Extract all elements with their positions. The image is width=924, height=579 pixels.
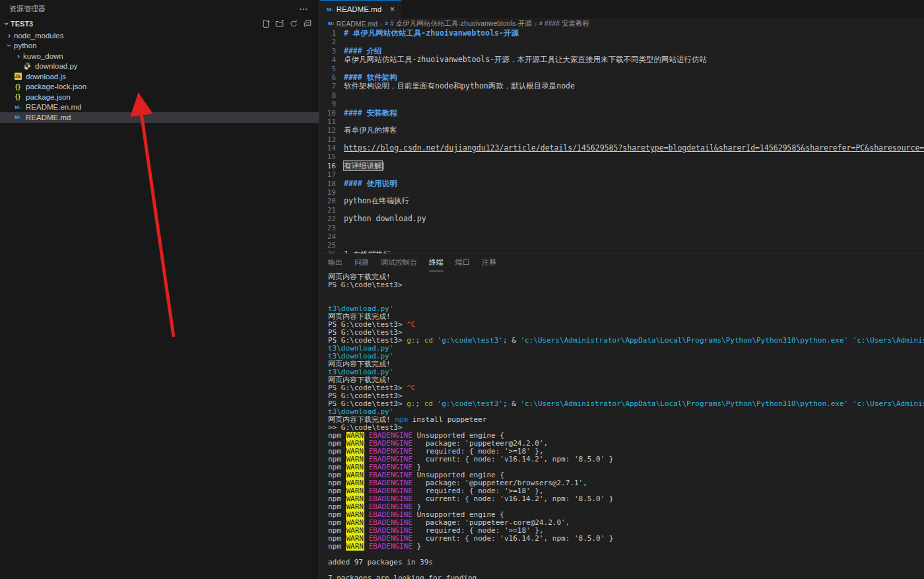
markdown-icon: M↓ (13, 114, 22, 120)
editor-line[interactable]: 23 (320, 224, 924, 232)
line-number: 16 (320, 162, 336, 170)
editor-line[interactable]: 4卓伊凡网站仿站工具-zhuoivanwebtools-开源，本开源工具让大家直… (320, 55, 924, 64)
more-actions-icon[interactable]: ⋯ (299, 3, 308, 14)
line-number: 8 (320, 91, 336, 100)
line-number: 5 (320, 65, 336, 73)
tab-label: README.md (337, 5, 381, 13)
panel-tab-2[interactable]: 调试控制台 (381, 254, 417, 271)
file-tree-item-package-lock.json[interactable]: {}package-lock.json (0, 82, 319, 92)
editor-line[interactable]: 22python download.py (320, 215, 924, 223)
panel-tab-4[interactable]: 端口 (455, 254, 470, 271)
vscode-window: 资源管理器 ⋯ › TEST3 ›node_modules›python›kuw… (0, 0, 924, 579)
terminal-line: t3\download.py' (328, 408, 924, 416)
editor-line[interactable]: 3#### 介绍 (320, 47, 924, 55)
breadcrumb-item[interactable]: ##### 安装教程 (539, 19, 589, 28)
editor-line[interactable]: 17 (320, 170, 924, 179)
terminal-line: npm WARN EBADENGINE Unsupported engine { (328, 432, 924, 440)
line-number: 20 (320, 197, 336, 205)
editor-line[interactable]: 19 (320, 188, 924, 197)
editor-line[interactable]: 1# 卓伊凡网站仿站工具-zhuoivanwebtools-开源 (320, 29, 924, 38)
file-tree-item-download.py[interactable]: download.py (0, 61, 319, 72)
terminal-line: npm WARN EBADENGINE } (328, 503, 924, 511)
terminal-line: t3\download.py' (328, 305, 924, 313)
editor-line[interactable]: 10#### 安装教程 (320, 109, 924, 118)
breadcrumb-item[interactable]: M↓README.md (328, 20, 378, 28)
terminal-line (328, 566, 924, 574)
terminal-line: PS G:\code\test3> ^C (328, 384, 924, 392)
line-number: 4 (320, 55, 336, 64)
file-tree-item-package.json[interactable]: {}package.json (0, 92, 319, 102)
terminal-line: npm WARN EBADENGINE package: 'puppeteer@… (328, 440, 924, 448)
terminal-line: 7 packages are looking for funding (328, 574, 924, 579)
terminal-line: added 97 packages in 39s (328, 559, 924, 566)
chevron-right-icon: › (15, 52, 22, 60)
file-tree-item-README.md[interactable]: M↓README.md (0, 112, 319, 123)
file-name: python (13, 42, 37, 50)
terminal-line: t3\download.py' (328, 353, 924, 360)
new-folder-icon[interactable] (275, 19, 284, 28)
file-tree-item-kuwo_down[interactable]: ›kuwo_down (0, 51, 319, 61)
terminal-line: npm WARN EBADENGINE required: { node: '>… (328, 527, 924, 535)
file-name: kuwo_down (22, 52, 63, 60)
panel-tab-3[interactable]: 终端 (429, 254, 444, 271)
breadcrumb: M↓README.md›## 卓伊凡网站仿站工具-zhuoivanwebtool… (320, 18, 924, 29)
editor-line[interactable]: 21 (320, 206, 924, 215)
editor-line[interactable]: 24 (320, 232, 924, 241)
markdown-icon: M↓ (328, 20, 335, 26)
explorer-sidebar: 资源管理器 ⋯ › TEST3 ›node_modules›python›kuw… (0, 0, 319, 579)
python-icon (22, 62, 32, 70)
bottom-panel: 输出问题调试控制台终端端口注释 网页内容下载完成!PS G:\code\test… (320, 254, 924, 579)
breadcrumb-item[interactable]: ## 卓伊凡网站仿站工具-zhuoivanwebtools-开源 (385, 19, 532, 28)
terminal-line: PS G:\code\test3> (328, 392, 924, 400)
file-name: README.en.md (25, 103, 81, 111)
editor-line[interactable]: 25 (320, 241, 924, 250)
panel-tab-0[interactable]: 输出 (328, 254, 343, 271)
new-file-icon[interactable] (261, 19, 271, 28)
editor-line[interactable]: 12看卓伊凡的博客 (320, 126, 924, 135)
editor-line[interactable]: 9 (320, 100, 924, 108)
file-name: download.js (25, 73, 66, 81)
editor-line[interactable]: 6#### 软件架构 (320, 73, 924, 82)
terminal-line: PS G:\code\test3> (328, 281, 924, 289)
file-tree-item-README.en.md[interactable]: M↓README.en.md (0, 102, 319, 113)
line-number: 25 (320, 241, 336, 250)
editor-line[interactable]: 11 (320, 118, 924, 126)
editor-line[interactable]: 18#### 使用说明 (320, 180, 924, 188)
panel-tab-1[interactable]: 问题 (354, 254, 369, 271)
tab-readme-md[interactable]: M↓ README.md × (320, 0, 401, 18)
terminal-line: npm WARN EBADENGINE current: { node: 'v1… (328, 535, 924, 543)
line-number: 24 (320, 232, 336, 241)
explorer-title: 资源管理器 (9, 4, 46, 14)
line-number: 1 (320, 29, 336, 38)
line-number: 22 (320, 215, 336, 223)
heading-symbol-icon: # (385, 20, 388, 26)
line-number: 2 (320, 38, 336, 46)
editor-line[interactable]: 5 (320, 65, 924, 73)
panel-tab-5[interactable]: 注释 (482, 254, 496, 271)
file-tree-item-python[interactable]: ›python (0, 41, 319, 51)
json-icon: {} (13, 93, 22, 100)
editor-line[interactable]: 13 (320, 135, 924, 144)
editor-line[interactable]: 14https://blog.csdn.net/dujiangdu123/art… (320, 144, 924, 153)
editor-line[interactable]: 20python在终端执行 (320, 197, 924, 205)
editor-line[interactable]: 15 (320, 153, 924, 161)
terminal-line (328, 551, 924, 559)
file-tree-item-node_modules[interactable]: ›node_modules (0, 30, 319, 41)
editor-line[interactable]: 7软件架构说明，目前里面有node和python两款，默认根目录是node (320, 82, 924, 90)
file-tree-item-download.js[interactable]: JSdownload.js (0, 71, 319, 82)
editor-content[interactable]: 1# 卓伊凡网站仿站工具-zhuoivanwebtools-开源23#### 介… (320, 29, 924, 254)
terminal-line: t3\download.py' (328, 345, 924, 353)
terminal-line: 网页内容下载完成! (328, 376, 924, 384)
editor-line[interactable]: 16有详细讲解 (320, 162, 924, 170)
refresh-icon[interactable] (289, 19, 298, 28)
editor-line[interactable]: 2 (320, 38, 924, 46)
close-icon[interactable]: × (390, 5, 395, 14)
terminal-output[interactable]: 网页内容下载完成!PS G:\code\test3> t3\download.p… (320, 271, 924, 579)
folder-section-header[interactable]: › TEST3 (0, 17, 319, 30)
text-cursor (383, 162, 384, 170)
collapse-all-icon[interactable] (303, 19, 312, 28)
breadcrumb-separator: › (535, 20, 537, 28)
file-name: download.py (34, 62, 78, 70)
editor-line[interactable]: 8 (320, 91, 924, 100)
line-number: 18 (320, 180, 336, 188)
